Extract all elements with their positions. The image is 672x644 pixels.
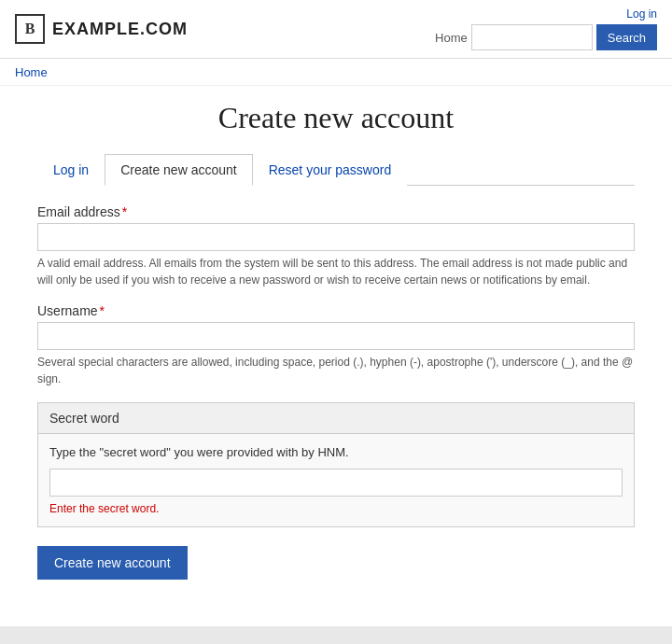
email-field-group: Email address* A valid email address. Al…: [37, 204, 635, 288]
email-input[interactable]: [37, 223, 635, 251]
username-required-star: *: [100, 303, 105, 318]
search-input[interactable]: [471, 24, 593, 50]
tab-login[interactable]: Log in: [37, 154, 105, 186]
secret-word-input[interactable]: [49, 469, 623, 497]
login-link[interactable]: Log in: [626, 7, 657, 21]
username-field-group: Username* Several special characters are…: [37, 303, 635, 387]
secret-word-body: Type the "secret word" you were provided…: [38, 434, 634, 526]
secret-word-error-text: Enter the secret word.: [49, 502, 623, 515]
tab-create-account[interactable]: Create new account: [105, 154, 253, 186]
secret-word-description: Type the "secret word" you were provided…: [49, 445, 623, 459]
logo-area: B EXAMPLE.COM: [15, 14, 188, 44]
email-label: Email address*: [37, 204, 635, 219]
site-name: EXAMPLE.COM: [52, 20, 188, 39]
secret-word-section: Secret word Type the "secret word" you w…: [37, 402, 635, 527]
secret-word-header: Secret word: [38, 403, 634, 434]
search-button[interactable]: Search: [596, 24, 657, 50]
search-area: Home Search: [435, 24, 657, 50]
site-footer: Contact Powered by Drupal: [0, 626, 672, 644]
registration-form: Email address* A valid email address. Al…: [37, 204, 635, 580]
username-label: Username*: [37, 303, 635, 318]
logo-box: B: [15, 14, 45, 44]
tab-bar: Log in Create new account Reset your pas…: [37, 154, 635, 186]
email-help-text: A valid email address. All emails from t…: [37, 255, 635, 288]
create-account-button[interactable]: Create new account: [37, 546, 188, 580]
main-content: Create new account Log in Create new acc…: [19, 86, 653, 608]
site-header: B EXAMPLE.COM Log in Home Search: [0, 0, 672, 59]
home-nav-label: Home: [435, 31, 468, 45]
breadcrumb: Home: [0, 59, 672, 86]
email-required-star: *: [122, 204, 127, 219]
header-right: Log in Home Search: [435, 7, 657, 50]
username-help-text: Several special characters are allowed, …: [37, 354, 635, 387]
page-title: Create new account: [37, 101, 635, 135]
tab-reset-password[interactable]: Reset your password: [253, 154, 408, 186]
breadcrumb-home-link[interactable]: Home: [15, 65, 48, 79]
logo-letter: B: [25, 21, 35, 37]
username-input[interactable]: [37, 322, 635, 350]
